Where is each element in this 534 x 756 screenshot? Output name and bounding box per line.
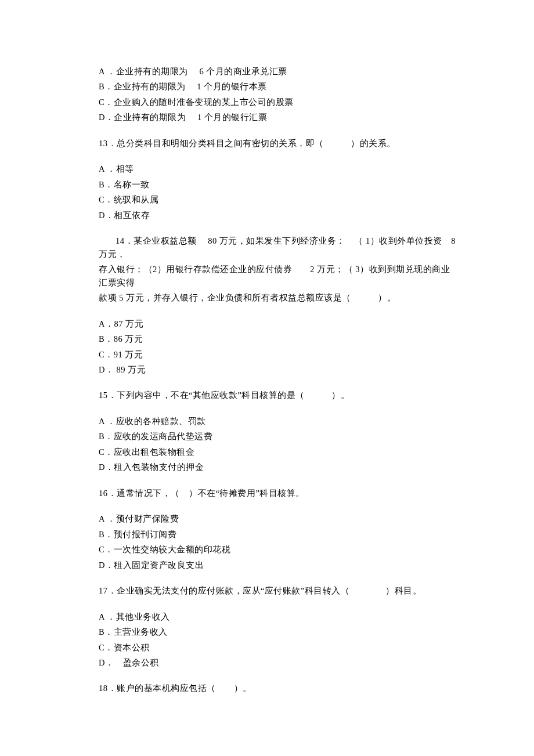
q13-option-c: C．统驭和从属: [99, 193, 456, 206]
q16-stem: 16．通常情况下，（ ）不在“待摊费用”科目核算。: [99, 487, 456, 500]
q17-stem: 17．企业确实无法支付的应付账款，应从“应付账款”科目转入（ ）科目。: [99, 584, 456, 597]
q14-option-c: C．91 万元: [99, 348, 456, 361]
q15-option-a: A ．应收的各种赔款、罚款: [99, 415, 456, 428]
q18-stem: 18．账户的基本机构应包括（ ）。: [99, 682, 456, 694]
q12-option-b: B．企业持有的期限为 1 个月的银行本票: [99, 80, 456, 93]
q17-option-a: A ．其他业务收入: [99, 610, 456, 623]
q14-stem-line3: 款项 5 万元，并存入银行，企业负债和所有者权益总额应该是（ ）。: [99, 291, 456, 304]
q16-option-a: A ．预付财产保险费: [99, 512, 456, 525]
q14-stem-line2: 存入银行；（2）用银行存款偿还企业的应付债券 2 万元；（ 3）收到到期兑现的商…: [99, 263, 456, 289]
q17-option-b: B．主营业务收入: [99, 625, 456, 638]
q14-option-b: B．86 万元: [99, 332, 456, 345]
q16-option-c: C．一次性交纳较大金额的印花税: [99, 543, 456, 556]
q12-option-d: D．企业持有的期限为 1 个月的银行汇票: [99, 111, 456, 124]
q14-option-a: A．87 万元: [99, 317, 456, 330]
q14-option-d: D． 89 万元: [99, 363, 456, 376]
q12-option-c: C．企业购入的随时准备变现的某上市公司的股票: [99, 96, 456, 108]
q13-stem: 13．总分类科目和明细分类科目之间有密切的关系，即（ ）的关系。: [99, 137, 456, 150]
q17-option-c: C．资本公积: [99, 641, 456, 654]
q15-option-b: B．应收的发运商品代垫运费: [99, 430, 456, 443]
q16-option-d: D．租入固定资产改良支出: [99, 559, 456, 571]
q15-stem: 15．下列内容中，不在“其他应收款”科目核算的是（ ）。: [99, 389, 456, 401]
q14-stem-line1: 14．某企业权益总额 80 万元，如果发生下列经济业务： （ 1）收到外单位投资…: [99, 234, 456, 261]
q17-option-d: D． 盈余公积: [99, 656, 456, 669]
q15-option-c: C．应收出租包装物租金: [99, 446, 456, 458]
q15-option-d: D．租入包装物支付的押金: [99, 461, 456, 473]
q13-option-d: D．相互依存: [99, 209, 456, 222]
q12-option-a: A ．企业持有的期限为 6 个月的商业承兑汇票: [99, 65, 456, 78]
q13-option-b: B．名称一致: [99, 178, 456, 191]
q16-option-b: B．预付报刊订阅费: [99, 528, 456, 541]
document-page: A ．企业持有的期限为 6 个月的商业承兑汇票 B．企业持有的期限为 1 个月的…: [0, 0, 534, 695]
q13-option-a: A ．相等: [99, 162, 456, 175]
q14-stem: 14．某企业权益总额 80 万元，如果发生下列经济业务： （ 1）收到外单位投资…: [99, 234, 456, 304]
